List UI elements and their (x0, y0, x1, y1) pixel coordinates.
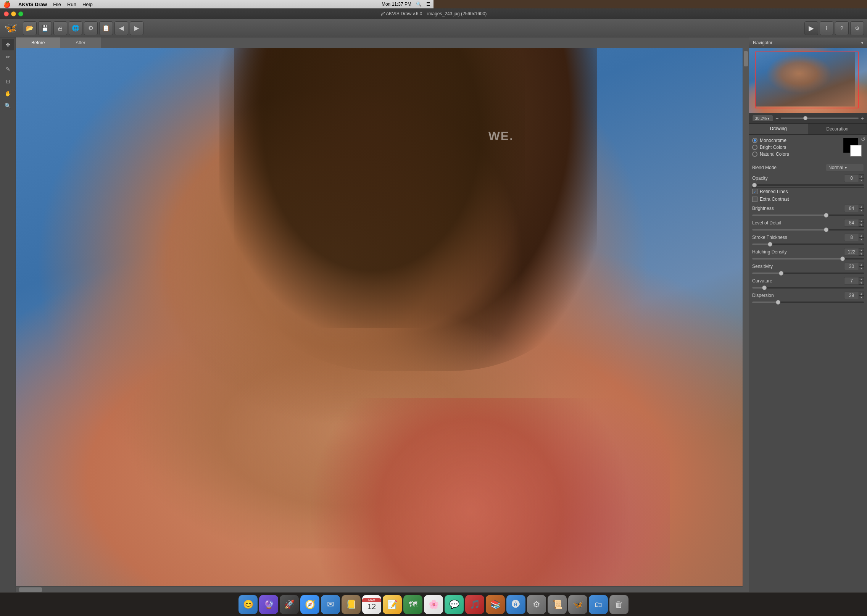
pencil-tool[interactable]: ✎ (2, 63, 14, 75)
app-name: AKVIS Draw (18, 2, 47, 7)
maximize-button[interactable] (18, 11, 23, 16)
minimize-button[interactable] (11, 11, 16, 16)
zoom-tool[interactable]: 🔍 (2, 100, 14, 111)
menu-extras-icon[interactable]: ☰ (426, 2, 430, 7)
canvas-tabs: Before After (16, 37, 434, 48)
selection-tool[interactable]: ✤ (2, 39, 14, 50)
hair-detail (219, 48, 434, 308)
canvas-area: Before After WE. (16, 37, 434, 308)
apple-menu[interactable]: 🍎 (3, 1, 11, 8)
save-button[interactable]: 💾 (38, 21, 52, 35)
menu-bar: 🍎 AKVIS Draw File Run Help Mon 11:37 PM … (0, 0, 434, 8)
app-logo: 🦋 (3, 21, 18, 36)
settings-button[interactable]: ⚙ (84, 21, 98, 35)
canvas-viewport[interactable]: WE. (16, 48, 434, 308)
close-button[interactable] (4, 11, 9, 16)
brush-tool[interactable]: ✏ (2, 51, 14, 63)
canvas-image: WE. (16, 48, 434, 308)
forward-button[interactable]: ▶ (130, 21, 143, 35)
title-bar: 🖊 AKVIS Draw v.6.0 – images_243.jpg (256… (0, 8, 434, 19)
run-menu[interactable]: Run (67, 2, 76, 7)
back-button[interactable]: ◀ (114, 21, 128, 35)
print-button[interactable]: 🖨 (53, 21, 67, 35)
open-button[interactable]: 📂 (23, 21, 37, 35)
tab-after[interactable]: After (60, 37, 101, 48)
left-tools-panel: ✤ ✏ ✎ ⊡ ✋ 🔍 (0, 37, 16, 308)
spotlight-icon[interactable]: 🔍 (416, 2, 422, 7)
tab-before[interactable]: Before (16, 37, 60, 48)
main-area: ✤ ✏ ✎ ⊡ ✋ 🔍 Before After WE. (0, 37, 434, 308)
web-button[interactable]: 🌐 (69, 21, 82, 35)
toolbar: 🦋 📂 💾 🖨 🌐 ⚙ 📋 ◀ ▶ ▶ ℹ ? ⚙ (0, 19, 434, 37)
hand-tool[interactable]: ✋ (2, 88, 14, 99)
app-window: 🖊 AKVIS Draw v.6.0 – images_243.jpg (256… (0, 8, 434, 308)
batch-button[interactable]: 📋 (99, 21, 113, 35)
help-menu[interactable]: Help (82, 2, 93, 7)
window-title: 🖊 AKVIS Draw v.6.0 – images_243.jpg (256… (380, 11, 434, 16)
file-menu[interactable]: File (53, 2, 61, 7)
crop-tool[interactable]: ⊡ (2, 76, 14, 87)
traffic-lights (4, 11, 23, 16)
time-display: Mon 11:37 PM (382, 2, 411, 7)
